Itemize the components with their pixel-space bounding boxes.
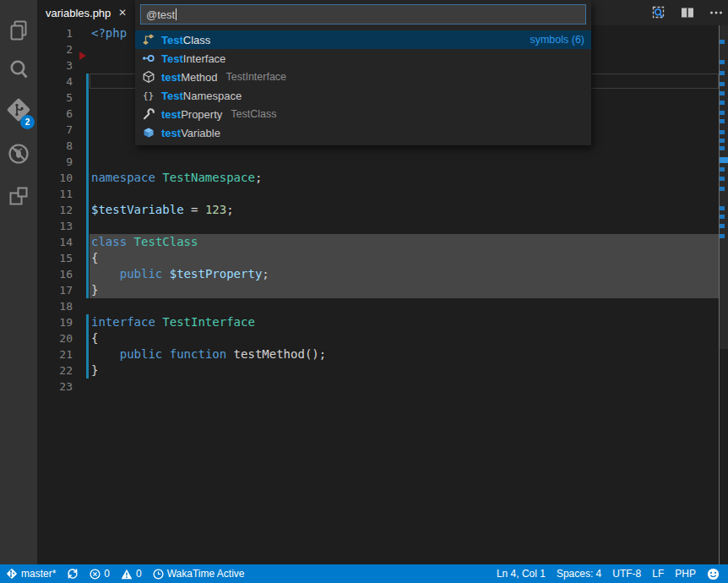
code-line-19[interactable]: interface TestInterface bbox=[91, 314, 255, 330]
line-number[interactable]: 16 bbox=[37, 266, 73, 282]
more-actions-button[interactable] bbox=[708, 4, 725, 21]
sidebar-item-explorer[interactable] bbox=[0, 14, 37, 47]
symbol-name: Interface bbox=[183, 52, 226, 65]
quick-open-item-TestInterface[interactable]: TestInterface bbox=[135, 49, 591, 68]
class-icon bbox=[142, 33, 155, 46]
code-line-17[interactable]: } bbox=[91, 282, 98, 298]
git-branch-icon bbox=[6, 568, 18, 580]
status-indentation[interactable]: Spaces: 4 bbox=[557, 568, 601, 580]
status-language-mode[interactable]: PHP bbox=[675, 568, 696, 580]
status-feedback[interactable] bbox=[707, 568, 720, 580]
git-deleted-marker bbox=[79, 52, 86, 60]
namespace-icon: {} bbox=[142, 89, 155, 102]
code-line-20[interactable]: { bbox=[91, 330, 98, 346]
line-number[interactable]: 21 bbox=[37, 346, 73, 362]
split-editor-button[interactable] bbox=[679, 4, 696, 21]
status-wakatime[interactable]: WakaTime Active bbox=[153, 568, 245, 580]
code-token: <?php bbox=[91, 26, 127, 40]
status-wakatime-label: WakaTime Active bbox=[167, 568, 245, 580]
overview-ruler-mark bbox=[720, 91, 725, 95]
status-branch[interactable]: master* bbox=[6, 568, 56, 580]
quick-open-item-testMethod[interactable]: testMethodTestInterface bbox=[135, 68, 591, 86]
overview-ruler-mark bbox=[720, 187, 725, 191]
sidebar-item-search[interactable] bbox=[0, 52, 37, 86]
quick-open-item-TestClass[interactable]: TestClasssymbols (6) bbox=[135, 30, 591, 49]
find-in-file-button[interactable] bbox=[650, 4, 667, 21]
match-text: test bbox=[161, 108, 181, 121]
line-number[interactable]: 9 bbox=[37, 154, 73, 170]
overview-ruler-mark bbox=[720, 40, 725, 44]
line-number[interactable]: 7 bbox=[37, 122, 73, 138]
line-number[interactable]: 19 bbox=[37, 314, 73, 330]
status-sync[interactable] bbox=[67, 568, 79, 580]
text-cursor bbox=[176, 8, 177, 20]
code-token: class bbox=[91, 235, 127, 248]
line-number[interactable]: 4 bbox=[37, 74, 73, 90]
code-line-14[interactable]: class TestClass bbox=[91, 234, 198, 250]
line-number[interactable]: 2 bbox=[37, 41, 73, 57]
status-warnings[interactable]: 0 bbox=[121, 568, 142, 580]
editor-actions bbox=[650, 0, 725, 25]
code-token: TestNamespace bbox=[162, 171, 255, 184]
symbol-name: Class bbox=[183, 34, 211, 46]
match-text: test bbox=[161, 71, 181, 84]
symbol-icon-slot bbox=[142, 70, 155, 84]
error-icon bbox=[90, 569, 101, 580]
overview-ruler-mark bbox=[720, 71, 725, 75]
code-line-21[interactable]: public function testMethod(); bbox=[91, 346, 326, 362]
code-token: TestClass bbox=[134, 235, 198, 248]
close-icon[interactable]: ✕ bbox=[117, 6, 128, 19]
line-number[interactable]: 3 bbox=[37, 57, 73, 74]
overview-ruler-mark bbox=[720, 224, 725, 228]
status-cursor-position[interactable]: Ln 4, Col 1 bbox=[497, 568, 546, 580]
code-line-1[interactable]: <?php bbox=[91, 25, 127, 41]
line-number[interactable]: 15 bbox=[37, 250, 73, 266]
line-number[interactable]: 1 bbox=[37, 25, 73, 41]
line-number[interactable]: 11 bbox=[37, 186, 73, 202]
line-number[interactable]: 22 bbox=[37, 362, 73, 379]
line-number[interactable]: 13 bbox=[37, 218, 73, 234]
clock-icon bbox=[153, 569, 164, 580]
line-number[interactable]: 18 bbox=[37, 298, 73, 314]
code-line-15[interactable]: { bbox=[91, 250, 98, 266]
symbol-name: Method bbox=[181, 71, 217, 84]
code-token: public bbox=[120, 347, 163, 361]
overview-ruler-mark bbox=[720, 167, 725, 172]
sidebar-item-source-control[interactable]: 2 bbox=[0, 93, 37, 127]
line-number[interactable]: 17 bbox=[37, 282, 73, 298]
status-errors[interactable]: 0 bbox=[90, 568, 110, 580]
line-number[interactable]: 8 bbox=[37, 138, 73, 154]
find-file-icon bbox=[651, 5, 666, 20]
quick-open-item-testProperty[interactable]: testPropertyTestClass bbox=[135, 105, 591, 123]
split-editor-icon bbox=[680, 5, 695, 20]
code-token: ; bbox=[255, 171, 262, 184]
line-number[interactable]: 5 bbox=[37, 90, 73, 106]
symbol-icon-slot bbox=[142, 107, 155, 121]
quick-open-item-TestNamespace[interactable]: {}TestNamespace bbox=[135, 86, 591, 105]
line-number[interactable]: 20 bbox=[37, 330, 73, 346]
code-line-10[interactable]: namespace TestNamespace; bbox=[91, 170, 262, 186]
code-line-12[interactable]: $testVariable = 123; bbox=[91, 202, 234, 218]
code-token: 123 bbox=[205, 203, 226, 216]
sidebar-item-extensions[interactable] bbox=[0, 179, 37, 213]
status-encoding[interactable]: UTF-8 bbox=[612, 568, 641, 580]
code-line-22[interactable]: } bbox=[91, 362, 98, 379]
interface-icon bbox=[142, 52, 155, 65]
sidebar-item-debug[interactable] bbox=[0, 137, 37, 171]
match-text: test bbox=[161, 127, 181, 139]
status-eol[interactable]: LF bbox=[652, 568, 664, 580]
quick-open-item-testVariable[interactable]: testVariable bbox=[135, 123, 591, 142]
line-number[interactable]: 6 bbox=[37, 106, 73, 122]
tab-variables.php[interactable]: variables.php✕ bbox=[37, 0, 135, 25]
quick-open-input[interactable]: @test bbox=[140, 4, 586, 25]
line-number[interactable]: 23 bbox=[37, 379, 73, 395]
git-modified-bar bbox=[86, 314, 89, 379]
line-number[interactable]: 14 bbox=[37, 234, 73, 250]
overview-ruler-mark bbox=[720, 60, 725, 64]
status-warnings-label: 0 bbox=[136, 568, 142, 580]
code-line-16[interactable]: public $testProperty; bbox=[91, 266, 269, 282]
code-token: function bbox=[170, 347, 226, 361]
overview-ruler-mark bbox=[720, 146, 725, 150]
line-number[interactable]: 12 bbox=[37, 202, 73, 218]
line-number[interactable]: 10 bbox=[37, 170, 73, 186]
